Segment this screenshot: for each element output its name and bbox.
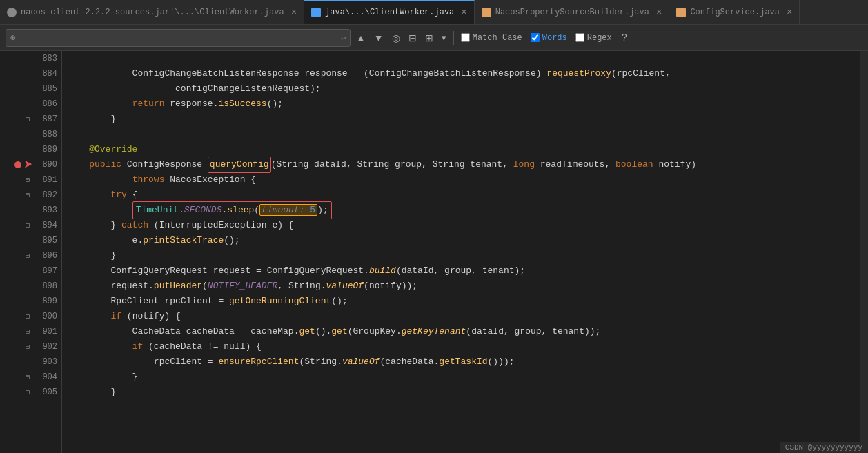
line-num-891: 891 [35, 175, 57, 185]
line-num-905: 905 [35, 387, 57, 397]
find-prev-button[interactable]: ▲ [353, 31, 368, 45]
gutter-887: ⊟ 887 [0, 112, 61, 127]
code-line-890: public ConfigResponse queryConfig(String… [68, 157, 854, 172]
line-num-898: 898 [35, 281, 57, 291]
code-line-883 [68, 51, 854, 66]
line-num-902: 902 [35, 342, 57, 352]
line-num-884: 884 [35, 69, 57, 79]
find-target-button[interactable]: ◎ [389, 31, 403, 45]
find-input-wrap: ⊕ ↵ [6, 29, 351, 47]
tab-config-service[interactable]: ConfigService.java × [669, 0, 800, 25]
gutter-886: 886 [0, 97, 61, 112]
code-line-905: } [68, 385, 854, 400]
gutter-885: 885 [0, 81, 61, 97]
match-case-option[interactable]: Match Case [458, 32, 525, 44]
tab-nacos-property[interactable]: NacosPropertySourceBuilder.java × [475, 0, 670, 25]
code-content[interactable]: ConfigChangeBatchListenResponse response… [62, 51, 860, 453]
close-tab-4[interactable]: × [787, 7, 792, 18]
gutter-892: ⊟ 892 [0, 188, 61, 203]
gutter-893: 893 [0, 203, 61, 218]
code-line-893: TimeUnit.SECONDS.sleep(timeout: 5); [68, 203, 854, 218]
tab-label-3: NacosPropertySourceBuilder.java [495, 8, 649, 17]
status-bar: CSDN @yyyyyyyyyyy [780, 442, 868, 453]
words-checkbox[interactable] [531, 33, 540, 42]
regex-label: Regex [587, 33, 612, 43]
find-help-button[interactable]: ? [618, 31, 631, 45]
code-line-897: ConfigQueryRequest request = ConfigQuery… [68, 263, 854, 279]
tab-label-2: java\...\ClientWorker.java [325, 8, 454, 17]
fold-891[interactable]: ⊟ [23, 175, 32, 185]
credit-text: CSDN @yyyyyyyyyyy [785, 443, 862, 452]
right-scrollbar[interactable] [860, 51, 868, 453]
tab-bar: nacos-client-2.2.2-sources.jar!\...\Clie… [0, 0, 868, 25]
match-case-checkbox[interactable] [461, 33, 470, 42]
gutter-901: ⊟ 901 [0, 324, 61, 339]
gutter-898: 898 [0, 279, 61, 294]
fold-900[interactable]: ⊟ [23, 312, 32, 321]
code-line-884: ConfigChangeBatchListenResponse response… [68, 66, 854, 81]
code-area: 883 884 885 886 ⊟ 887 888 889 ⮞ 89 [0, 51, 868, 453]
line-num-888: 888 [35, 130, 57, 139]
fold-904[interactable]: ⊟ [23, 372, 32, 382]
regex-checkbox[interactable] [575, 33, 584, 42]
gutter-891: ⊟ 891 [0, 172, 61, 188]
enter-icon: ↵ [341, 32, 346, 43]
close-tab-3[interactable]: × [656, 7, 662, 18]
gutter-902: ⊟ 902 [0, 339, 61, 354]
line-num-890: 890 [35, 160, 57, 170]
line-num-901: 901 [35, 327, 57, 336]
line-num-889: 889 [35, 145, 57, 154]
arrow-890: ⮞ [24, 160, 32, 170]
code-line-898: request.putHeader(NOTIFY_HEADER, String.… [68, 279, 854, 294]
words-option[interactable]: Words [528, 32, 570, 44]
line-num-896: 896 [35, 251, 57, 261]
gutter-883: 883 [0, 51, 61, 66]
tab-icon-4 [676, 8, 686, 17]
find-columns-button[interactable]: ⊟ [406, 31, 420, 45]
tab-icon-1 [7, 8, 17, 17]
line-num-899: 899 [35, 296, 57, 306]
fold-887[interactable]: ⊟ [23, 114, 32, 124]
close-tab-2[interactable]: × [461, 7, 466, 18]
find-funnel-button[interactable]: ▾ [439, 31, 449, 44]
fold-892[interactable]: ⊟ [23, 190, 32, 200]
find-separator-1 [453, 31, 454, 45]
line-num-894: 894 [35, 221, 57, 230]
code-line-902: if (cacheData != null) { [68, 339, 854, 354]
find-input[interactable] [19, 33, 338, 43]
line-num-903: 903 [35, 357, 57, 367]
code-line-891: throws NacosException { [68, 172, 854, 188]
fold-905[interactable]: ⊟ [23, 387, 32, 397]
code-line-896: } [68, 248, 854, 263]
close-tab-1[interactable]: × [291, 7, 297, 18]
gutter-896: ⊟ 896 [0, 248, 61, 263]
fold-896[interactable]: ⊟ [23, 251, 32, 261]
find-next-button[interactable]: ▼ [371, 31, 386, 45]
code-line-904: } [68, 370, 854, 385]
fold-901[interactable]: ⊟ [23, 327, 32, 336]
tab-icon-3 [482, 8, 491, 17]
code-line-894: } catch (InterruptedException e) { [68, 218, 854, 233]
tab-label-1: nacos-client-2.2.2-sources.jar!\...\Clie… [21, 8, 284, 17]
line-num-892: 892 [35, 190, 57, 200]
fold-902[interactable]: ⊟ [23, 342, 32, 352]
gutter-890: ⮞ 890 [0, 157, 61, 172]
fold-894[interactable]: ⊟ [23, 221, 32, 230]
code-line-903: rpcClient = ensureRpcClient(String.value… [68, 354, 854, 370]
code-line-885: configChangeListenRequest); [68, 81, 854, 97]
tab-clientworker-jar[interactable]: nacos-client-2.2.2-sources.jar!\...\Clie… [0, 0, 304, 25]
search-icon: ⊕ [10, 32, 16, 43]
breakpoint-890 [14, 161, 21, 168]
line-num-893: 893 [35, 205, 57, 215]
line-num-887: 887 [35, 114, 57, 124]
gutter-895: 895 [0, 233, 61, 248]
find-filter-button[interactable]: ⊞ [422, 31, 436, 45]
regex-option[interactable]: Regex [573, 32, 615, 44]
code-line-901: CacheData cacheData = cacheMap.get().get… [68, 324, 854, 339]
code-line-892: try { [68, 188, 854, 203]
gutter-888: 888 [0, 127, 61, 142]
tab-clientworker-java[interactable]: java\...\ClientWorker.java × [304, 0, 475, 25]
tab-icon-2 [311, 8, 321, 17]
code-line-900: if (notify) { [68, 309, 854, 324]
code-line-895: e.printStackTrace(); [68, 233, 854, 248]
